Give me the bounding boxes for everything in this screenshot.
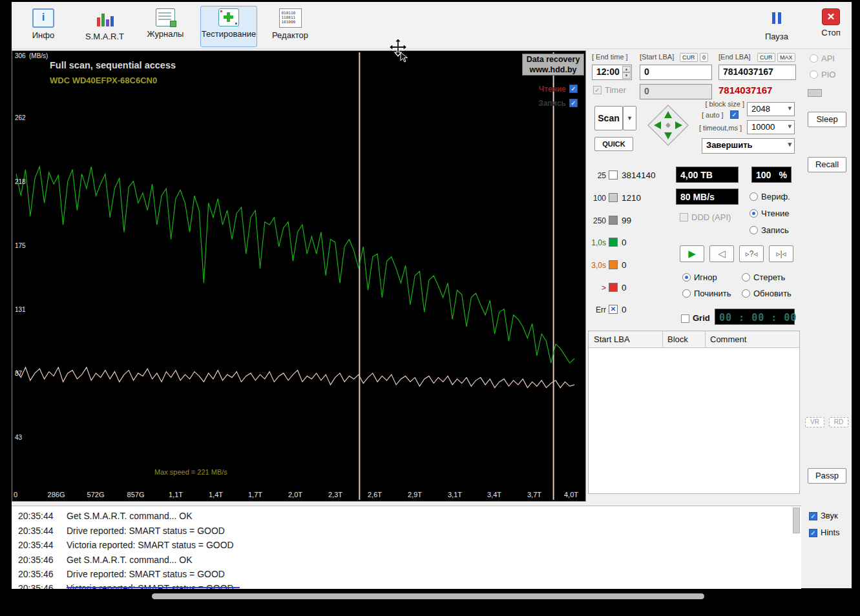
after-scan-action-select[interactable]: Завершить [702,138,795,154]
log-text: Drive reported: SMART status = GOOD [67,526,225,536]
y-tick-43: 43 [15,434,22,441]
x-tick: 3,1T [442,491,468,498]
counter-label: 1,0s [588,238,606,247]
mode-verify-radio[interactable] [750,192,758,201]
pause-button[interactable]: Пауза [753,6,800,47]
log-time: 20:35:44 [18,540,65,550]
percent-unit: % [779,170,787,180]
mode-read-label: Чтение [761,209,789,218]
x-tick: 3,4T [481,491,507,498]
log-text: Get S.M.A.R.T. command... OK [67,511,193,521]
log-time: 20:35:46 [18,583,65,589]
timer-field[interactable]: 0 [640,84,712,99]
end-lba-cur-chip[interactable]: CUR [757,53,775,62]
read-series-checkbox[interactable] [569,85,578,93]
action-ignore-radio[interactable] [682,273,691,282]
counter-box-250 [609,216,618,225]
action-refresh-radio[interactable] [742,289,750,298]
grid-checkbox[interactable] [681,314,689,323]
defect-table[interactable]: Start LBA Block Comment [588,331,800,494]
counter-box-err: ✕ [609,305,618,314]
scan-dropdown-button[interactable]: ▼ [623,106,636,130]
toolbar-button-editor[interactable]: 010110110011101000 Редактор [265,6,315,47]
start-lba-cur-chip[interactable]: CUR [680,53,698,62]
mouse-cursor [388,37,414,63]
toolbar-button-testing[interactable]: Тестирование [200,6,257,47]
rd-button[interactable]: RD [829,417,848,427]
sleep-button[interactable]: Sleep [808,112,846,127]
seek-end-button[interactable]: ▹|◃ [769,245,793,262]
action-repair-label: Починить [694,289,731,298]
spinner-up-button[interactable]: ▲ [622,66,631,72]
log-time: 20:35:44 [18,526,65,536]
toolbar-label: Редактор [272,30,308,40]
log-clip-underline [67,587,240,588]
sound-checkbox[interactable] [809,512,817,520]
mode-write-radio[interactable] [750,226,758,234]
watermark-line2: www.hdd.by [529,65,576,74]
x-tick: 3,7T [521,491,547,498]
action-repair-radio[interactable] [682,289,691,298]
speed-chart [12,51,585,501]
hints-checkbox[interactable] [809,529,817,537]
stop-icon: ✕ [822,8,840,25]
counter-value: 1210 [622,193,641,203]
start-forward-button[interactable]: ▶ [680,245,704,262]
timeout-select[interactable]: 10000 [747,120,795,134]
ddd-api-checkbox[interactable] [680,213,688,221]
x-tick: 286G [43,491,69,498]
scan-graph[interactable]: 306 (MB/s) 262 218 175 131 87 43 0 286G … [12,50,586,502]
start-lba-zero-chip[interactable]: 0 [700,53,708,62]
end-time-spinner[interactable]: 12:00 ▲ ▼ [592,65,632,80]
quick-button[interactable]: QUICK [594,137,633,151]
spinner-down-button[interactable]: ▼ [622,72,631,79]
info-icon: i [32,8,54,28]
pio-radio[interactable] [810,70,818,79]
counter-value: 3814140 [622,170,656,180]
seek-defect-button[interactable]: ▹?◃ [739,245,764,262]
timeout-label: [ timeout,ms ] [699,124,742,132]
percent-value: 100 [756,170,771,180]
log-time: 20:35:46 [18,569,65,579]
counter-box-100 [609,193,618,202]
activity-led [808,89,822,97]
seek-pad[interactable] [646,103,690,147]
event-log[interactable]: 20:35:44 Get S.M.A.R.T. command... OK 20… [12,506,801,589]
x-tick: 857G [123,491,149,498]
end-lba-field[interactable]: 7814037167 [718,65,796,80]
end-time-label: [ End time ] [592,53,628,61]
drive-model-label: WDC WD40EFPX-68C6CN0 [50,76,157,85]
counter-value: 99 [622,216,631,225]
vr-button[interactable]: VR [805,417,824,427]
x-tick: 572G [83,491,109,498]
api-radio[interactable] [810,54,818,63]
passp-button[interactable]: Passp [808,468,846,484]
scan-button[interactable]: Scan [594,106,623,130]
pio-label: PIO [821,70,835,79]
sound-label: Звук [821,511,838,520]
counter-box-slow [609,283,618,292]
test-control-panel: [ End time ] [Start LBA] CUR 0 [End LBA]… [587,50,801,500]
log-vertical-scrollbar[interactable] [793,508,800,533]
log-text: Drive reported: SMART status = GOOD [67,569,225,579]
col-start-lba: Start LBA [594,334,630,344]
toolbar-button-smart[interactable]: S.M.A.R.T [79,6,131,47]
auto-checkbox[interactable] [730,110,739,119]
recall-button[interactable]: Recall [808,157,846,172]
stop-button[interactable]: ✕ Стоп [808,6,854,47]
mode-read-radio[interactable] [750,209,758,218]
timer-checkbox[interactable] [593,86,602,94]
counter-value: 0 [622,260,627,270]
start-backward-button[interactable]: ◁ [709,245,734,262]
mode-write-label: Запись [761,225,789,235]
y-axis-unit: (MB/s) [29,52,48,59]
horizontal-scrollbar-thumb[interactable] [152,593,704,599]
action-erase-radio[interactable] [742,273,750,282]
toolbar-button-info[interactable]: i Инфо [21,6,66,47]
write-series-checkbox[interactable] [569,99,578,107]
end-lba-max-chip[interactable]: MAX [777,53,795,62]
start-lba-field[interactable]: 0 [640,65,712,80]
write-series-label: Запись [538,99,566,108]
block-size-select[interactable]: 2048 [747,102,795,116]
toolbar-button-journals[interactable]: Журналы [140,6,191,47]
